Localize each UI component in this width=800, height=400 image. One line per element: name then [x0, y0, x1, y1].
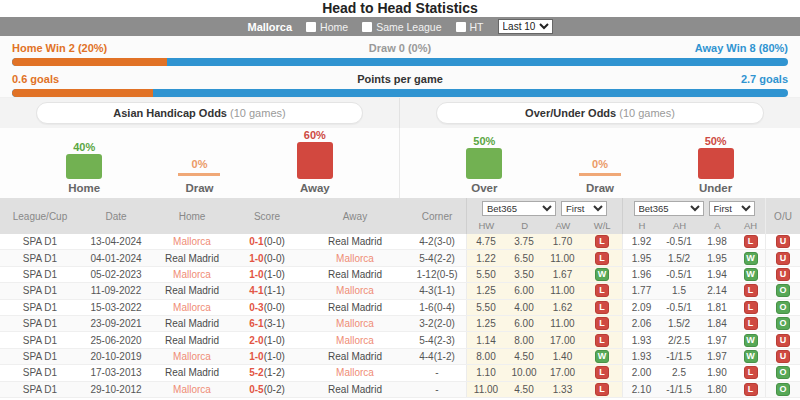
cell-home: Mallorca	[152, 300, 232, 315]
home-checkbox[interactable]	[306, 22, 316, 32]
team-name[interactable]: Mallorca	[336, 367, 374, 378]
cell-ou: O	[765, 365, 800, 380]
cell-d: 4.00	[505, 300, 543, 315]
chart-item-draw: 0%Draw	[579, 128, 621, 194]
score-fulltime: 0-1	[249, 236, 263, 247]
cell-league: SPA D1	[0, 349, 80, 364]
result-badge-l: L	[744, 235, 758, 248]
page-title: Head to Head Statistics	[0, 0, 800, 17]
cell-d: 6.50	[505, 250, 543, 265]
team-name[interactable]: Mallorca	[173, 351, 211, 362]
percentage-charts: 40%Home0%Draw60%Away 50%Over0%Draw50%Und…	[0, 128, 800, 198]
ht-filter[interactable]: HT	[456, 21, 484, 33]
home-filter[interactable]: Home	[306, 21, 348, 33]
cell-corner: -	[408, 382, 466, 397]
team-name[interactable]: Mallorca	[173, 269, 211, 280]
cell-away: Real Madrid	[302, 300, 408, 315]
odds-tab-bar: Asian Handicap Odds (10 games) Over/Unde…	[0, 98, 800, 128]
team-name[interactable]: Real Madrid	[328, 302, 382, 313]
header-away: Away	[302, 198, 408, 234]
team-name[interactable]: Mallorca	[336, 318, 374, 329]
result-badge-l: L	[595, 284, 609, 297]
chart-category-label: Home	[68, 182, 100, 194]
cell-league: SPA D1	[0, 382, 80, 397]
over-under-half: Over/Under Odds (10 games)	[400, 98, 800, 128]
match-row: SPA D105-02-2023Mallorca1-0(1-0)Real Mad…	[0, 267, 800, 283]
chart-category-label: Draw	[185, 182, 213, 194]
ht-checkbox-label: HT	[470, 21, 484, 33]
team-name[interactable]: Mallorca	[336, 285, 374, 296]
match-row: SPA D104-01-2024Real Madrid1-0(0-0)Mallo…	[0, 250, 800, 266]
team-name[interactable]: Real Madrid	[328, 384, 382, 395]
cell-away: Real Madrid	[302, 349, 408, 364]
score-fulltime: 0-5	[249, 384, 263, 395]
cell-ah-result: L	[736, 382, 765, 397]
cell-d: 3.75	[505, 234, 543, 249]
chart-bar	[466, 148, 502, 179]
chart-percent-label: 50%	[473, 135, 495, 147]
cell-corner: 4-3(1-1)	[408, 283, 466, 298]
score-halftime: (0-2)	[264, 384, 285, 395]
cell-ah: -1/1.5	[660, 382, 698, 397]
cell-hw: 11.00	[466, 382, 505, 397]
score-fulltime: 5-2	[249, 367, 263, 378]
cell-aw: 1.40	[543, 349, 582, 364]
bookmaker-select-1[interactable]: Bet365	[482, 201, 556, 216]
cell-home: Real Madrid	[152, 332, 232, 347]
same-league-filter[interactable]: Same League	[362, 21, 441, 33]
score-fulltime: 1-0	[249, 351, 263, 362]
chart-zero-line	[579, 173, 621, 176]
team-name[interactable]: Real Madrid	[165, 253, 219, 264]
header-h: H	[623, 219, 661, 234]
cell-league: SPA D1	[0, 300, 80, 315]
over-under-odds-label: Over/Under Odds	[525, 107, 616, 119]
cell-league: SPA D1	[0, 283, 80, 298]
team-name[interactable]: Mallorca	[173, 384, 211, 395]
score-halftime: (0-0)	[264, 236, 285, 247]
win-progress-bar	[12, 58, 788, 66]
cell-home: Real Madrid	[152, 365, 232, 380]
cell-ah: 2/2.5	[660, 332, 698, 347]
bookmaker-select-2[interactable]: Bet365	[634, 201, 704, 216]
asian-handicap-odds-button[interactable]: Asian Handicap Odds (10 games)	[36, 102, 363, 124]
result-badge-l: L	[595, 317, 609, 330]
team-name[interactable]: Mallorca	[336, 335, 374, 346]
result-badge-l: L	[595, 235, 609, 248]
cell-a: 1.84	[698, 316, 736, 331]
cell-date: 05-02-2023	[80, 267, 152, 282]
cell-ah: 2.5	[660, 365, 698, 380]
cell-date: 13-04-2024	[80, 234, 152, 249]
result-badge-l: L	[595, 366, 609, 379]
over-under-chart: 50%Over0%Draw50%Under	[400, 128, 800, 198]
result-badge-o: O	[776, 383, 790, 396]
team-name[interactable]: Real Madrid	[165, 285, 219, 296]
team-name[interactable]: Mallorca	[173, 302, 211, 313]
period-select-1[interactable]: First	[561, 201, 607, 216]
over-under-odds-button[interactable]: Over/Under Odds (10 games)	[436, 102, 764, 124]
cell-wl: L	[582, 283, 622, 298]
cell-score: 0-5(0-2)	[232, 382, 302, 397]
header-league: League/Cup	[0, 198, 80, 234]
same-league-checkbox[interactable]	[362, 22, 372, 32]
cell-wl: W	[582, 267, 622, 282]
period-select-2[interactable]: First	[709, 201, 755, 216]
score-halftime: (1-0)	[264, 269, 285, 280]
team-name[interactable]: Real Madrid	[328, 351, 382, 362]
team-name[interactable]: Mallorca	[336, 253, 374, 264]
cell-h: 2.00	[622, 365, 660, 380]
team-name[interactable]: Real Madrid	[165, 335, 219, 346]
team-name[interactable]: Real Madrid	[165, 318, 219, 329]
result-badge-l: L	[595, 301, 609, 314]
games-range-select[interactable]: Last 10	[498, 19, 553, 34]
cell-h: 1.95	[622, 250, 660, 265]
team-name[interactable]: Real Madrid	[328, 269, 382, 280]
cell-score: 5-2(1-2)	[232, 365, 302, 380]
team-name[interactable]: Mallorca	[173, 236, 211, 247]
cell-ah: -1/1.5	[660, 349, 698, 364]
cell-home: Real Madrid	[152, 316, 232, 331]
home-checkbox-label: Home	[320, 21, 348, 33]
team-name[interactable]: Real Madrid	[328, 236, 382, 247]
team-name[interactable]: Real Madrid	[165, 367, 219, 378]
score-halftime: (1-1)	[264, 285, 285, 296]
ht-checkbox[interactable]	[456, 22, 466, 32]
